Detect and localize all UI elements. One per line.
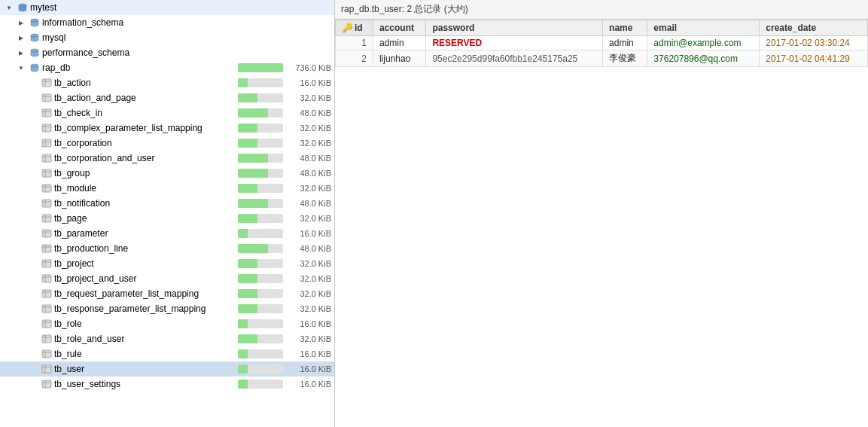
size-label: 32.0 KiB (286, 214, 331, 223)
size-label: 32.0 KiB (286, 334, 331, 343)
svg-rect-20 (42, 154, 51, 162)
database-icon (17, 2, 29, 14)
tree-item-tb_user_settings[interactable]: tb_user_settings16.0 KiB (0, 377, 334, 392)
size-bar (238, 259, 283, 268)
cell-account: lijunhao (373, 50, 425, 67)
size-label: 32.0 KiB (286, 259, 331, 268)
tree-item-tb_complex_parameter_list_mapping[interactable]: tb_complex_parameter_list_mapping32.0 Ki… (0, 120, 334, 136)
tree-item-tb_project_and_user[interactable]: tb_project_and_user32.0 KiB (0, 271, 334, 286)
arrow-right-icon (27, 288, 39, 300)
arrow-right-icon: ▶ (15, 17, 27, 29)
table-icon (41, 363, 53, 375)
table-icon (41, 318, 53, 330)
tree-item-tb_notification[interactable]: tb_notification48.0 KiB (0, 196, 334, 211)
size-label: 32.0 KiB (286, 124, 331, 133)
tree-item-tb_production_line[interactable]: tb_production_line48.0 KiB (0, 241, 334, 256)
arrow-right-icon (27, 167, 39, 179)
col-header-email[interactable]: email (647, 20, 760, 36)
cell-password: RESERVED (426, 36, 603, 50)
tree-item-tb_rule[interactable]: tb_rule16.0 KiB (0, 346, 334, 361)
size-bar (238, 199, 283, 208)
svg-rect-32 (42, 215, 51, 222)
table-icon (41, 107, 53, 119)
size-bar (238, 169, 283, 178)
tree-item-tb_role_and_user[interactable]: tb_role_and_user32.0 KiB (0, 331, 334, 346)
tree-item-tb_page[interactable]: tb_page32.0 KiB (0, 211, 334, 226)
size-label: 16.0 KiB (286, 319, 331, 328)
cell-create-date: 2017-01-02 03:30:24 (760, 36, 868, 50)
svg-rect-41 (42, 260, 51, 267)
col-header-name[interactable]: name (603, 20, 647, 36)
tree-item-rap_db[interactable]: ▼rap_db736.0 KiB (0, 60, 334, 75)
table-title: rap_db.tb_user: 2 总记录 (大约) (341, 4, 468, 14)
size-bar (238, 78, 283, 87)
col-header-password[interactable]: password (426, 20, 603, 36)
tree-item-tb_action[interactable]: tb_action16.0 KiB (0, 75, 334, 90)
size-bar (238, 274, 283, 283)
tree-label: tb_user (54, 364, 235, 374)
tree-item-tb_user[interactable]: tb_user16.0 KiB (0, 361, 334, 377)
svg-rect-29 (42, 200, 51, 207)
table-icon (41, 182, 53, 194)
table-icon (41, 227, 53, 239)
arrow-right-icon (27, 273, 39, 285)
svg-rect-50 (42, 305, 51, 313)
schema-icon (29, 32, 41, 44)
tree-label: tb_check_in (54, 108, 235, 118)
tree-item-information_schema[interactable]: ▶information_schema (0, 15, 334, 30)
tree-item-tb_check_in[interactable]: tb_check_in48.0 KiB (0, 105, 334, 120)
size-bar (238, 93, 283, 102)
tree-item-tb_response_parameter_list_mapping[interactable]: tb_response_parameter_list_mapping32.0 K… (0, 301, 334, 316)
tree-item-mysql[interactable]: ▶mysql (0, 30, 334, 45)
schema-icon (29, 17, 41, 29)
arrow-right-icon: ▶ (15, 47, 27, 59)
svg-rect-17 (42, 139, 51, 147)
tree-label: tb_project_and_user (54, 273, 235, 284)
arrow-right-icon (27, 333, 39, 345)
tree-label: tb_group (54, 168, 235, 178)
arrow-right-icon (27, 318, 39, 330)
schema-icon (29, 62, 41, 74)
col-header-create_date[interactable]: create_date (760, 20, 868, 36)
tree-item-tb_role[interactable]: tb_role16.0 KiB (0, 316, 334, 331)
tree-label: tb_rule (54, 349, 235, 359)
svg-rect-56 (42, 335, 51, 343)
tree-item-tb_group[interactable]: tb_group48.0 KiB (0, 166, 334, 181)
svg-rect-65 (42, 380, 51, 388)
tree-item-tb_corporation[interactable]: tb_corporation32.0 KiB (0, 136, 334, 151)
col-header-account[interactable]: account (373, 20, 425, 36)
size-bar (238, 334, 283, 343)
size-label: 32.0 KiB (286, 93, 331, 102)
tree-item-tb_action_and_page[interactable]: tb_action_and_page32.0 KiB (0, 90, 334, 105)
size-bar (238, 304, 283, 313)
tree-item-performance_schema[interactable]: ▶performance_schema (0, 45, 334, 60)
col-header-id[interactable]: 🔑id (336, 20, 373, 36)
svg-rect-38 (42, 245, 51, 252)
schema-icon (29, 47, 41, 59)
size-bar (238, 184, 283, 193)
table-row[interactable]: 1adminRESERVEDadminadmin@example.com2017… (336, 36, 868, 50)
data-panel: rap_db.tb_user: 2 总记录 (大约) 🔑idaccountpas… (335, 0, 868, 427)
size-bar (238, 349, 283, 358)
tree-item-tb_request_parameter_list_mapping[interactable]: tb_request_parameter_list_mapping32.0 Ki… (0, 286, 334, 301)
tree-item-tb_module[interactable]: tb_module32.0 KiB (0, 181, 334, 196)
tree-label: information_schema (42, 17, 331, 28)
tree-item-mytest[interactable]: ▼mytest (0, 0, 334, 15)
arrow-right-icon (27, 227, 39, 239)
table-row[interactable]: 2lijunhao95ec2e295d99fa60fbb1e245175a25李… (336, 50, 868, 67)
svg-rect-26 (42, 185, 51, 192)
arrow-right-icon: ▶ (15, 32, 27, 44)
size-bar (238, 319, 283, 328)
svg-rect-47 (42, 290, 51, 297)
cell-email: 376207896@qq.com (647, 50, 760, 67)
size-bar (238, 63, 283, 72)
tree-item-tb_project[interactable]: tb_project32.0 KiB (0, 256, 334, 271)
svg-rect-23 (42, 169, 51, 177)
table-icon (41, 258, 53, 270)
tree-label: tb_project (54, 258, 235, 269)
tree-item-tb_parameter[interactable]: tb_parameter16.0 KiB (0, 226, 334, 241)
tree-item-tb_corporation_and_user[interactable]: tb_corporation_and_user48.0 KiB (0, 151, 334, 166)
size-label: 16.0 KiB (286, 349, 331, 358)
tree-label: tb_notification (54, 198, 235, 209)
data-scroll[interactable]: 🔑idaccountpasswordnameemailcreate_date 1… (335, 20, 868, 427)
